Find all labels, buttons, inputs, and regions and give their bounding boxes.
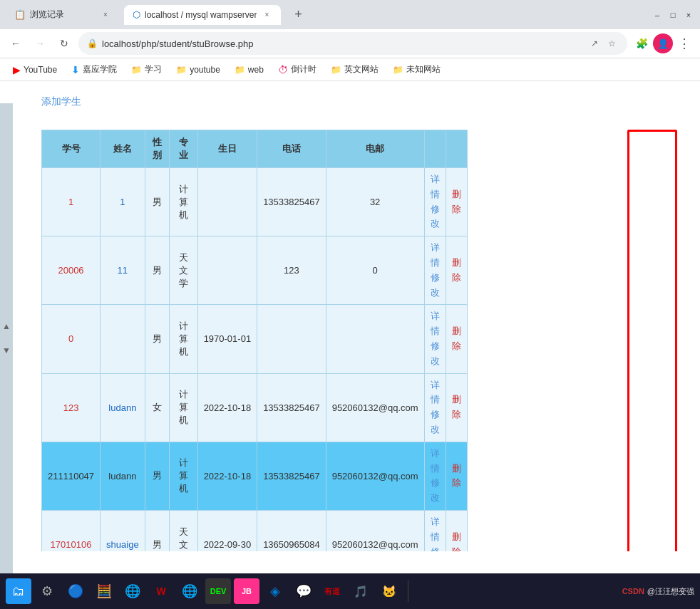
tab-history-close[interactable]: × xyxy=(100,9,111,21)
delete-link[interactable]: 删除 xyxy=(452,256,461,286)
cell-phone: 123 xyxy=(257,236,326,305)
cell-actions-2[interactable]: 删除 xyxy=(446,442,467,510)
taskbar-vscode[interactable]: ◈ xyxy=(262,578,288,604)
cell-id: 123 xyxy=(42,373,101,442)
taskbar-edge[interactable]: 🌐 xyxy=(120,578,145,604)
cell-actions-2[interactable]: 删除 xyxy=(446,236,467,305)
edit-link[interactable]: 修改 xyxy=(431,271,440,301)
taskbar-settings[interactable]: ⚙ xyxy=(34,578,60,604)
detail-link[interactable]: 详情 xyxy=(431,515,440,545)
back-button[interactable]: ← xyxy=(6,33,26,53)
bookmark-study[interactable]: 📁 学习 xyxy=(125,61,168,78)
delete-link[interactable]: 删除 xyxy=(452,462,461,491)
sidebar-arrow-down[interactable]: ▼ xyxy=(2,345,11,355)
bookmark-jiaying-label: 嘉应学院 xyxy=(83,63,117,76)
detail-link[interactable]: 详情 xyxy=(431,309,440,339)
taskbar-chrome[interactable]: 🌐 xyxy=(177,578,202,604)
close-button[interactable]: × xyxy=(683,9,694,21)
taskbar-wechat[interactable]: 💬 xyxy=(291,578,316,604)
taskbar: 🗂 ⚙ 🔵 🧮 🌐 W 🌐 DEV JB ◈ 💬 有道 🎵 🐱 CSDN @汪汪… xyxy=(0,573,700,609)
cell-gender: 男 xyxy=(145,236,169,305)
taskbar-calc[interactable]: 🧮 xyxy=(91,578,117,604)
maximize-button[interactable]: □ xyxy=(667,9,679,21)
profile-icon[interactable]: 👤 xyxy=(653,33,673,53)
header-gender: 性别 xyxy=(145,130,169,168)
edit-link[interactable]: 修改 xyxy=(431,407,440,437)
taskbar-dev[interactable]: DEV xyxy=(205,578,231,604)
delete-link[interactable]: 删除 xyxy=(452,324,461,354)
edit-link[interactable]: 修改 xyxy=(431,202,440,232)
bookmark-study-label: 学习 xyxy=(145,63,162,76)
cell-actions-2[interactable]: 删除 xyxy=(446,510,467,551)
table-header-row: 学号 姓名 性别 专业 生日 电话 电邮 xyxy=(42,130,468,168)
taskbar-app1[interactable]: 🔵 xyxy=(63,578,88,604)
edit-link[interactable]: 修改 xyxy=(431,339,440,369)
cell-name: 11 xyxy=(101,236,145,305)
tab-mysql-close[interactable]: × xyxy=(261,9,272,21)
unknown-icon: 📁 xyxy=(393,65,403,75)
delete-link[interactable]: 删除 xyxy=(452,392,461,422)
cell-id: 0 xyxy=(42,305,101,373)
forward-button[interactable]: → xyxy=(30,33,50,53)
cell-major: 计算机 xyxy=(169,305,197,373)
cell-actions-1[interactable]: 详情 修改 xyxy=(424,373,446,442)
edit-link[interactable]: 修改 xyxy=(431,476,440,506)
bookmark-youtube2[interactable]: 📁 youtube xyxy=(170,63,226,77)
bookmark-web[interactable]: 📁 web xyxy=(229,63,269,77)
cell-birthday: 2022-10-18 xyxy=(197,373,257,442)
header-name: 姓名 xyxy=(101,130,145,168)
cell-actions-1[interactable]: 详情 修改 xyxy=(424,305,446,373)
taskbar-files[interactable]: 🗂 xyxy=(6,578,31,604)
cell-phone: 13650965084 xyxy=(257,510,326,551)
sidebar-arrow-up[interactable]: ▲ xyxy=(2,321,11,331)
bookmark-unknown[interactable]: 📁 未知网站 xyxy=(387,61,446,78)
add-student-link[interactable]: 添加学生 xyxy=(41,95,81,108)
delete-link[interactable]: 删除 xyxy=(452,187,461,217)
new-tab-button[interactable]: + xyxy=(288,5,308,25)
cell-name: ludann xyxy=(101,373,145,442)
cell-email: 0 xyxy=(326,236,424,305)
cell-actions-2[interactable]: 删除 xyxy=(446,305,467,373)
tab-history[interactable]: 📋 浏览记录 × xyxy=(6,4,120,25)
cell-major: 计算机 xyxy=(169,168,197,236)
detail-link[interactable]: 详情 xyxy=(431,447,440,477)
cell-actions-1[interactable]: 详情 修改 xyxy=(424,510,446,551)
detail-link[interactable]: 详情 xyxy=(431,172,440,202)
cell-actions-2[interactable]: 删除 xyxy=(446,168,467,236)
english-icon: 📁 xyxy=(331,65,341,75)
edit-link[interactable]: 修改 xyxy=(431,545,440,551)
share-icon[interactable]: ↗ xyxy=(587,36,602,51)
taskbar-cat[interactable]: 🐱 xyxy=(376,578,402,604)
bookmark-timer[interactable]: ⏱ 倒计时 xyxy=(272,61,322,78)
cell-actions-1[interactable]: 详情 修改 xyxy=(424,168,446,236)
detail-link[interactable]: 详情 xyxy=(431,378,440,408)
cell-actions-2[interactable]: 删除 xyxy=(446,373,467,442)
bookmark-english[interactable]: 📁 英文网站 xyxy=(325,61,384,78)
cell-actions-1[interactable]: 详情 修改 xyxy=(424,236,446,305)
lock-icon: 🔒 xyxy=(87,38,98,48)
cell-email: 952060132@qq.com xyxy=(326,442,424,510)
cell-birthday: 2022-10-18 xyxy=(197,442,257,510)
bookmark-jiaying[interactable]: ⬇ 嘉应学院 xyxy=(66,61,123,78)
tab-mysql[interactable]: ⬡ localhost / mysql wampserver × xyxy=(124,5,281,25)
taskbar-jetbrains[interactable]: JB xyxy=(234,578,259,604)
taskbar-music[interactable]: 🎵 xyxy=(348,578,374,604)
extensions-icon[interactable]: 🧩 xyxy=(632,33,652,53)
header-action2 xyxy=(446,130,467,168)
address-input[interactable] xyxy=(102,38,583,49)
detail-link[interactable]: 详情 xyxy=(431,241,440,271)
taskbar-right: CSDN @汪汪想变强 xyxy=(622,586,694,597)
delete-link[interactable]: 删除 xyxy=(452,530,461,551)
star-icon[interactable]: ☆ xyxy=(604,36,619,51)
taskbar-youdao[interactable]: 有道 xyxy=(319,578,345,604)
reload-button[interactable]: ↻ xyxy=(54,33,74,53)
cell-phone: 13533825467 xyxy=(257,168,326,236)
more-menu-icon[interactable]: ⋮ xyxy=(674,33,694,53)
taskbar-wps[interactable]: W xyxy=(148,578,174,604)
minimize-button[interactable]: – xyxy=(652,9,663,21)
header-major: 专业 xyxy=(169,130,197,168)
bookmark-youtube[interactable]: ▶ YouTube xyxy=(7,62,63,78)
jiaying-icon: ⬇ xyxy=(71,64,80,76)
cell-birthday xyxy=(197,168,257,236)
cell-actions-1[interactable]: 详情 修改 xyxy=(424,442,446,510)
